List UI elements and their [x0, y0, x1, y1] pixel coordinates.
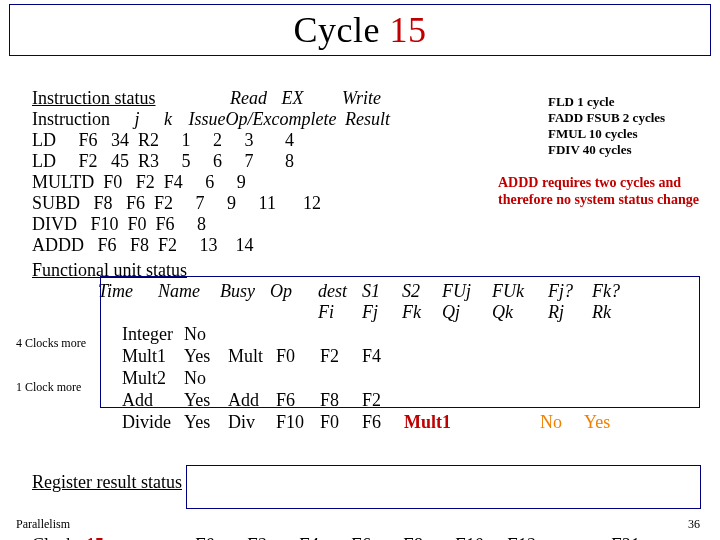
reg-header-row: Clock15F0F2F4F6F8F10F12...F31	[32, 535, 662, 540]
footer-left: Parallelism	[16, 517, 70, 532]
register-result: Register result status Clock15F0F2F4F6F8…	[32, 430, 662, 540]
instruction-col: Instruction	[32, 109, 110, 129]
latency-fdiv: FDIV 40 cycles	[548, 142, 665, 158]
latency-fld: FLD 1 cycle	[548, 94, 665, 110]
fu-heading: Functional unit status	[32, 260, 632, 281]
clock1-note: 1 Clock more	[16, 380, 81, 395]
reg-heading: Register result status	[32, 472, 662, 493]
issue-hdr: Issue	[189, 109, 226, 129]
fu-header-row2: FiFjFkQjQkRjRk	[32, 302, 632, 323]
latency-list: FLD 1 cycle FADD FSUB 2 cycles FMUL 10 c…	[548, 94, 665, 158]
fu-header-row: TimeNameBusyOpdestS1S2FUjFUkFj?Fk?	[32, 281, 632, 302]
read-hdr: Read	[230, 88, 267, 108]
title-box: Cycle 15	[9, 4, 711, 56]
clock4-note: 4 Clocks more	[16, 336, 86, 351]
instruction-rows: LD F6 34 R2 1 2 3 4 LD F2 45 R3 5 6 7 8 …	[32, 130, 390, 256]
instruction-status: Instruction status Read EX Write Instruc…	[32, 88, 390, 256]
latency-fmul: FMUL 10 cycles	[548, 126, 665, 142]
result-hdr: Result	[345, 109, 390, 129]
title-red: 15	[389, 10, 426, 50]
instr-status-heading: Instruction status	[32, 88, 156, 108]
k-hdr: k	[164, 109, 172, 129]
fu-status: Functional unit status TimeNameBusyOpdes…	[32, 260, 632, 433]
page-title: Cycle 15	[294, 9, 427, 51]
ex-hdr: EX	[281, 88, 303, 108]
footer-right: 36	[688, 517, 700, 532]
write-hdr: Write	[342, 88, 381, 108]
addd-note: ADDD requires two cycles and therefore n…	[498, 174, 708, 208]
complete-hdr: complete	[272, 109, 337, 129]
latency-fadd: FADD FSUB 2 cycles	[548, 110, 665, 126]
instruction-status-row2: Instruction j k IssueOp/Excomplete Resul…	[32, 109, 390, 130]
opex-hdr: Op/Ex	[226, 109, 272, 129]
instruction-status-row1: Instruction status Read EX Write	[32, 88, 390, 109]
title-black: Cycle	[294, 10, 390, 50]
fu-rows: IntegerNoMult1YesMultF0F2F4Mult2NoAddYes…	[32, 323, 632, 433]
j-hdr: j	[135, 109, 140, 129]
